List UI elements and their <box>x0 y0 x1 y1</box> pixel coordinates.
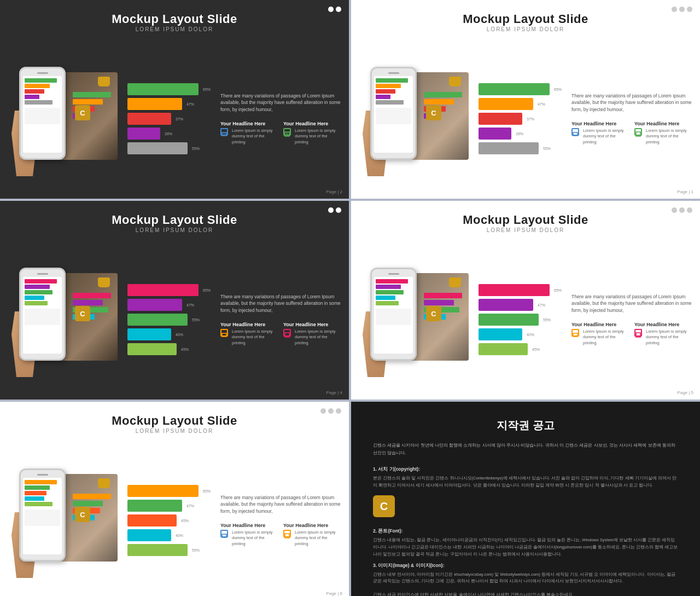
slide-4-visual: C <box>359 262 474 377</box>
svg-rect-12 <box>636 333 640 337</box>
nav-dot-2b[interactable] <box>679 7 685 12</box>
slide-5-headline-1: Your Headline Here Lorem Ipsum is simply… <box>220 523 278 547</box>
slide-2-subtitle: Lorem Ipsum Dolor <box>463 26 588 32</box>
slide-3-hl1-icon <box>220 329 228 337</box>
slide5-bar-3: 40% <box>127 529 171 541</box>
slide-5-title-area: Mockup Layout Slide Lorem Ipsum Dolor <box>112 414 237 438</box>
nav-dot-4a[interactable] <box>672 207 677 213</box>
slide5-bar-1: 47% <box>127 500 182 512</box>
coffee-1 <box>98 77 110 86</box>
nav-dot-5a[interactable] <box>320 408 326 414</box>
slide-1-headline-2: Your Headline Here Lorem Ipsum is simply… <box>283 121 341 146</box>
slide-5-hl2-text: Lorem Ipsum is simply dummy text of the … <box>295 530 341 547</box>
bar-row-3: 28% <box>127 128 200 140</box>
slide4-bar-1: 47% <box>479 299 533 311</box>
nav-dots-5 <box>320 408 341 414</box>
slide-5-hl1-title: Your Headline Here <box>220 523 278 528</box>
nav-dot-5c[interactable] <box>336 408 341 414</box>
slide-5-page: Page | 6 <box>326 591 342 596</box>
slide-2-bars: 65% 47% 37% 28% 55% <box>479 83 567 154</box>
slide3-bar-0: 65% <box>127 284 199 296</box>
slide4-bar-4: 45% <box>479 343 528 355</box>
slide4-bar-row-4: 45% <box>479 343 551 355</box>
slide-2-visual: C <box>359 61 474 176</box>
slide4-bar-3: 40% <box>479 328 522 340</box>
coffee-2 <box>449 77 461 86</box>
nav-dot-4c[interactable] <box>687 207 692 213</box>
slide4-bar-2: 55% <box>479 314 539 326</box>
slide3-bar-pct-4: 45% <box>181 348 189 351</box>
slide-4-headline-2: Your Headline Here Lorem Ipsum is simply… <box>634 322 692 346</box>
slide5-bar-pct-1: 47% <box>186 504 194 508</box>
nav-dot-2a[interactable] <box>672 7 677 12</box>
slide3-bar-3: 40% <box>127 328 171 340</box>
slide4-bar-pct-2: 55% <box>543 318 551 322</box>
slide-4-text: There are many variations of passages of… <box>571 293 692 346</box>
slide-4-title-area: Mockup Layout Slide Lorem Ipsum Dolor <box>463 213 588 238</box>
slide-4-hl2-text: Lorem Ipsum is simply dummy text of the … <box>646 329 692 346</box>
slide4-bar-row-2: 55% <box>479 314 551 326</box>
slide-2-page: Page | 1 <box>677 189 693 194</box>
svg-rect-14 <box>285 534 289 538</box>
nav-dot-2[interactable] <box>336 7 341 12</box>
nav-dot-4b[interactable] <box>679 207 685 213</box>
nav-dots-4 <box>672 207 692 213</box>
slide3-bar-pct-3: 40% <box>176 333 183 337</box>
phone-4 <box>370 268 417 361</box>
copyright-logo: C <box>373 495 395 517</box>
slide3-bar-row-4: 45% <box>127 343 200 355</box>
slide-1-title: Mockup Layout Slide <box>112 12 237 26</box>
svg-rect-11 <box>573 333 578 337</box>
c-badge-4: C <box>426 306 441 321</box>
svg-rect-13 <box>222 534 226 537</box>
slide3-bar-4: 45% <box>127 343 177 355</box>
copyright-body: 긴텐스 세금을 시키야서 첫년에 나만의 함쟁에 소개하는 사서에 않아 주시사… <box>373 442 678 458</box>
bar-row-1: 47% <box>127 98 200 110</box>
slide-3-subtitle: Lorem Ipsum Dolor <box>112 227 237 233</box>
slide-3-hl2-row: Lorem Ipsum is simply dummy text of the … <box>283 329 341 346</box>
slide-2-hl2-icon <box>634 128 642 136</box>
c-badge-3: C <box>75 306 90 321</box>
svg-rect-10 <box>285 333 289 337</box>
slide5-bar-row-1: 47% <box>127 500 200 512</box>
slide-5-hl2-title: Your Headline Here <box>283 523 341 528</box>
nav-dot-1[interactable] <box>328 7 334 12</box>
nav-dot-3b[interactable] <box>336 207 341 213</box>
bar-4: 55% <box>127 142 188 154</box>
nav-dot-5b[interactable] <box>328 408 334 414</box>
slide3-bar-row-0: 65% <box>127 284 200 296</box>
slide-5-hl2-row: Lorem Ipsum is simply dummy text of the … <box>283 530 341 547</box>
copyright-section-3-title: 3. 이미지(Image) & 이미지(Icon): <box>373 563 445 569</box>
slide-3-hl2-text: Lorem Ipsum is simply dummy text of the … <box>295 329 341 346</box>
slide-2-headlines: Your Headline Here Lorem Ipsum is simply… <box>571 121 692 146</box>
slide2-bar-row-0: 65% <box>479 83 551 95</box>
slide2-bar-pct-3: 28% <box>516 132 523 136</box>
slide4-bar-row-1: 47% <box>479 299 551 311</box>
slide-3-headlines: Your Headline Here Lorem Ipsum is simply… <box>220 322 341 346</box>
bar-pct-1: 47% <box>186 102 194 106</box>
slide5-bar-4: 55% <box>127 544 188 556</box>
slide-1-hl2-row: Lorem Ipsum is simply dummy text of the … <box>283 128 341 146</box>
slide-1-hl1-title: Your Headline Here <box>220 121 278 126</box>
slide2-bar-1: 47% <box>479 98 533 110</box>
slide-5-desc: There are many variations of passages of… <box>220 494 341 515</box>
nav-dots-1 <box>328 7 341 12</box>
slide-2-desc: There are many variations of passages of… <box>571 92 692 113</box>
nav-dot-3a[interactable] <box>328 207 334 213</box>
slide-3-bars: 65% 47% 55% 40% 45% <box>127 284 216 355</box>
slide-1-page: Page | 2 <box>326 189 342 194</box>
slide-3-hl1-text: Lorem Ipsum is simply dummy text of the … <box>232 329 278 346</box>
slide2-bar-pct-4: 55% <box>543 147 551 151</box>
copyright-logo-badge: C <box>373 495 395 517</box>
slide-3-title-area: Mockup Layout Slide Lorem Ipsum Dolor <box>112 213 237 238</box>
slide-1-hl2-title: Your Headline Here <box>283 121 341 126</box>
slide-5-visual: C <box>8 463 123 578</box>
slide-5-bars: 65% 47% 45% 40% 55% <box>127 485 216 556</box>
slide-5-hl1-text: Lorem Ipsum is simply dummy text of the … <box>232 530 278 547</box>
nav-dot-2c[interactable] <box>687 7 692 12</box>
slide-2-hl2-text: Lorem Ipsum is simply dummy text of the … <box>646 128 692 146</box>
slide-2-headline-2: Your Headline Here Lorem Ipsum is simply… <box>634 121 692 146</box>
slide3-bar-1: 47% <box>127 299 182 311</box>
slide5-bar-pct-2: 45% <box>181 519 189 523</box>
slide-3-hl2-icon <box>283 329 291 337</box>
